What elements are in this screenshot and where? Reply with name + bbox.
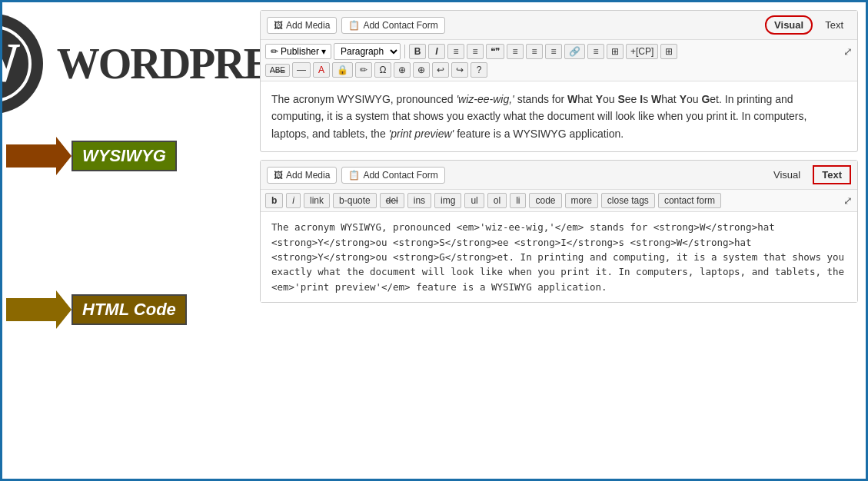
html-more-button[interactable]: more: [565, 193, 598, 208]
undo-button[interactable]: ↩: [432, 62, 449, 78]
html-ins-button[interactable]: ins: [407, 193, 431, 208]
html-bquote-button[interactable]: b-quote: [333, 193, 377, 208]
html-link-button[interactable]: link: [304, 193, 330, 208]
html-ol-button[interactable]: ol: [487, 193, 507, 208]
add-media-button-visual[interactable]: 🖼 Add Media: [267, 17, 337, 34]
paragraph-select[interactable]: Paragraph: [334, 43, 401, 60]
visual-topbar: 🖼 Add Media 📋 Add Contact Form Visual Te…: [261, 11, 857, 40]
html-badge: HTML Code: [72, 294, 187, 325]
italic-button[interactable]: I: [428, 44, 445, 59]
svg-marker-3: [6, 290, 72, 329]
redo-button[interactable]: ↪: [451, 62, 468, 78]
blockquote-button[interactable]: ❝❞: [486, 44, 504, 59]
html-b-button[interactable]: b: [265, 193, 283, 208]
table-button[interactable]: ⊞: [607, 44, 624, 59]
publisher-arrow: ▾: [321, 46, 326, 57]
html-img-button[interactable]: img: [434, 193, 461, 208]
add-media-icon: 🖼: [274, 20, 283, 31]
html-contactform-button[interactable]: contact form: [658, 193, 721, 208]
dash-button[interactable]: —: [292, 62, 311, 78]
add-contact-form-button-html[interactable]: 📋 Add Contact Form: [341, 167, 444, 184]
add-media-icon-html: 🖼: [274, 170, 283, 181]
lock-button[interactable]: 🔒: [332, 62, 353, 78]
align-right-button[interactable]: ≡: [545, 44, 562, 59]
labels-area: WYSIWYG HTML Code: [2, 137, 256, 344]
read-more-button[interactable]: ≡: [587, 44, 604, 59]
ul-button[interactable]: ≡: [467, 44, 484, 59]
html-row: HTML Code: [2, 290, 256, 329]
tab-visual-html[interactable]: Visual: [766, 167, 808, 183]
html-i-button[interactable]: i: [286, 193, 301, 208]
abe-button[interactable]: ABE: [265, 64, 290, 77]
logo-area: W WordPress: [2, 10, 256, 114]
wysiwyg-row: WYSIWYG: [2, 137, 256, 175]
html-li-button[interactable]: li: [510, 193, 526, 208]
wp-circle-logo: W: [0, 14, 43, 114]
html-toolbar: b i link b-quote del ins img ul ol li co…: [261, 190, 857, 212]
align-center-button[interactable]: ≡: [526, 44, 543, 59]
html-closetags-button[interactable]: close tags: [601, 193, 655, 208]
tab-text-visual[interactable]: Text: [817, 17, 851, 33]
html-arrow: [6, 290, 72, 329]
html-editor-panel: 🖼 Add Media 📋 Add Contact Form Visual Te…: [260, 160, 858, 303]
html-content-area[interactable]: The acronym WYSIWYG, pronounced <em>'wiz…: [261, 212, 857, 302]
html-del-button[interactable]: del: [380, 193, 404, 208]
wysiwyg-badge: WYSIWYG: [72, 141, 177, 171]
cp-button[interactable]: +[CP]: [626, 44, 658, 59]
publisher-dropdown[interactable]: ✏ Publisher ▾: [265, 44, 331, 59]
edit-button[interactable]: ✏: [355, 62, 372, 78]
bold-button[interactable]: B: [409, 44, 426, 59]
toolbar-row-2: ABE — A 🔒 ✏ Ω ⊕ ⊕ ↩ ↪ ?: [265, 62, 853, 78]
left-panel: W WordPress WYSIWYG: [2, 2, 256, 479]
wp-block-button[interactable]: ⊞: [660, 44, 677, 59]
add-contact-form-button-visual[interactable]: 📋 Add Contact Form: [341, 17, 444, 34]
ol-button[interactable]: ≡: [447, 44, 464, 59]
tab-text-active[interactable]: Text: [813, 165, 851, 184]
tab-visual-active[interactable]: Visual: [765, 15, 813, 35]
visual-editor-panel: 🖼 Add Media 📋 Add Contact Form Visual Te…: [260, 10, 858, 152]
add-media-button-html[interactable]: 🖼 Add Media: [267, 167, 337, 184]
link-button[interactable]: 🔗: [564, 44, 585, 59]
svg-marker-2: [6, 137, 72, 175]
contact-form-icon: 📋: [348, 20, 360, 31]
html-topbar: 🖼 Add Media 📋 Add Contact Form Visual Te…: [261, 161, 857, 190]
toolbar-sep-1: [404, 45, 405, 58]
html-fullscreen-button[interactable]: ⤢: [843, 194, 853, 207]
outdent-button[interactable]: ⊕: [413, 62, 430, 78]
contact-form-icon-html: 📋: [348, 170, 360, 181]
svg-text:W: W: [0, 32, 21, 93]
visual-content-text: The acronym WYSIWYG, pronounced 'wiz-ee-…: [271, 91, 846, 142]
indent-button[interactable]: ⊕: [394, 62, 411, 78]
text-color-button[interactable]: A: [313, 62, 330, 78]
visual-toolbar: ✏ Publisher ▾ Paragraph B I ≡ ≡ ❝❞ ≡ ≡ ≡: [261, 40, 857, 81]
toolbar-row-1: ✏ Publisher ▾ Paragraph B I ≡ ≡ ❝❞ ≡ ≡ ≡: [265, 43, 853, 60]
html-ul-button[interactable]: ul: [464, 193, 484, 208]
publisher-icon: ✏: [271, 46, 278, 57]
omega-button[interactable]: Ω: [374, 62, 391, 78]
wysiwyg-arrow: [6, 137, 72, 175]
fullscreen-button[interactable]: ⤢: [843, 45, 853, 58]
visual-content-area[interactable]: The acronym WYSIWYG, pronounced 'wiz-ee-…: [261, 81, 857, 151]
html-code-button[interactable]: code: [529, 193, 561, 208]
html-source-text: The acronym WYSIWYG, pronounced <em>'wiz…: [271, 221, 844, 293]
help-button[interactable]: ?: [471, 62, 487, 78]
right-panel: 🖼 Add Media 📋 Add Contact Form Visual Te…: [256, 2, 866, 479]
align-left-button[interactable]: ≡: [507, 44, 524, 59]
